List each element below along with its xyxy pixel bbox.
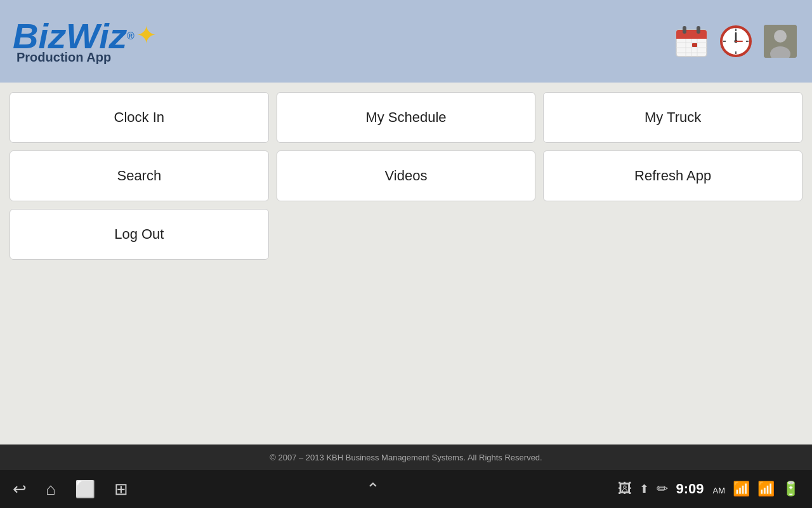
svg-rect-2 xyxy=(676,36,707,39)
svg-rect-11 xyxy=(692,43,697,47)
pencil-icon: ✏ xyxy=(657,481,668,497)
header: BizWiz®✦ Production App xyxy=(0,0,812,83)
search-button[interactable]: Search xyxy=(10,150,269,201)
status-ampm: AM xyxy=(712,486,725,495)
log-out-button[interactable]: Log Out xyxy=(10,209,269,260)
main-content: Clock In My Schedule My Truck Search Vid… xyxy=(0,83,812,444)
footer: © 2007 – 2013 KBH Business Management Sy… xyxy=(0,444,812,470)
star-icon: ✦ xyxy=(136,22,157,48)
my-truck-button[interactable]: My Truck xyxy=(543,92,802,143)
brand-subtitle: Production App xyxy=(16,50,157,65)
nav-left: ↩ ⌂ ⬜ ⊞ xyxy=(13,479,128,499)
button-row-3: Log Out xyxy=(10,209,802,260)
clock-in-button[interactable]: Clock In xyxy=(10,92,269,143)
brand-biz: Biz xyxy=(13,18,66,54)
calendar-icon[interactable] xyxy=(672,22,710,60)
user-avatar[interactable] xyxy=(761,22,799,60)
nav-bar: ↩ ⌂ ⬜ ⊞ ⌃ 🖼 ⬆ ✏ 9:09AM 📶 📶 🔋 xyxy=(0,470,812,508)
nav-center: ⌃ xyxy=(366,479,380,499)
footer-copyright: © 2007 – 2013 KBH Business Management Sy… xyxy=(270,453,542,462)
recents-icon[interactable]: ⬜ xyxy=(75,479,95,499)
videos-button[interactable]: Videos xyxy=(277,150,536,201)
upload-icon: ⬆ xyxy=(639,482,649,496)
home-icon[interactable]: ⌂ xyxy=(46,479,56,499)
brand-logo: BizWiz®✦ Production App xyxy=(13,18,157,65)
button-row-2: Search Videos Refresh App xyxy=(10,150,802,201)
image-icon: 🖼 xyxy=(618,481,632,497)
svg-rect-4 xyxy=(697,26,700,34)
svg-point-21 xyxy=(774,30,787,43)
signal-icon: 📶 xyxy=(757,481,775,497)
back-icon[interactable]: ↩ xyxy=(13,479,27,499)
my-schedule-button[interactable]: My Schedule xyxy=(277,92,536,143)
button-row-1: Clock In My Schedule My Truck xyxy=(10,92,802,143)
clock-icon[interactable] xyxy=(717,22,755,60)
brand-wiz: Wiz xyxy=(66,18,127,54)
wifi-icon: 📶 xyxy=(733,481,750,497)
qr-icon[interactable]: ⊞ xyxy=(114,479,128,499)
header-icons xyxy=(672,22,799,60)
svg-rect-3 xyxy=(683,26,686,34)
nav-right: 🖼 ⬆ ✏ 9:09AM 📶 📶 🔋 xyxy=(618,481,799,497)
refresh-app-button[interactable]: Refresh App xyxy=(543,150,802,201)
registered-mark: ® xyxy=(127,30,134,42)
up-arrow-icon[interactable]: ⌃ xyxy=(366,479,380,499)
status-time: 9:09 xyxy=(676,481,704,497)
battery-icon: 🔋 xyxy=(782,481,799,497)
